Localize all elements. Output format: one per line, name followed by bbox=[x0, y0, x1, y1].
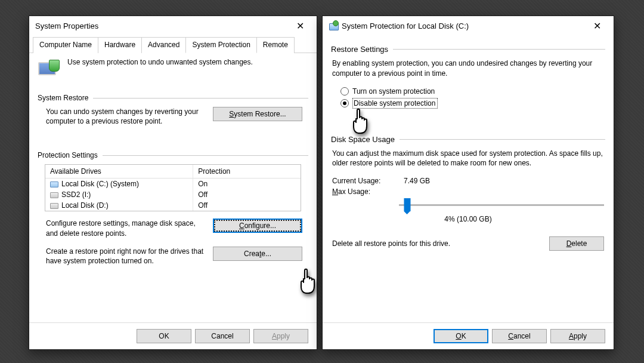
col-protection[interactable]: Protection bbox=[193, 165, 301, 178]
disk-space-description: You can adjust the maximum disk space us… bbox=[332, 149, 604, 169]
drive-name: Local Disk (C:) (System) bbox=[61, 180, 139, 188]
table-row[interactable]: Local Disk (C:) (System) On bbox=[45, 179, 301, 189]
max-usage-slider[interactable] bbox=[399, 198, 604, 213]
col-available-drives[interactable]: Available Drives bbox=[45, 165, 193, 178]
cancel-button[interactable]: Cancel bbox=[492, 329, 547, 343]
section-restore-settings: Restore Settings bbox=[331, 45, 605, 54]
cancel-button[interactable]: Cancel bbox=[195, 329, 250, 343]
max-usage-row: Max Usage: bbox=[332, 187, 604, 196]
drives-table: Available Drives Protection Local Disk (… bbox=[45, 164, 301, 211]
drives-header: Available Drives Protection bbox=[45, 165, 301, 179]
current-usage-row: Current Usage: 7.49 GB bbox=[332, 177, 604, 185]
table-row[interactable]: Local Disk (D:) Off bbox=[45, 200, 301, 211]
titlebar[interactable]: System Properties ✕ bbox=[29, 16, 317, 35]
section-label: Restore Settings bbox=[331, 45, 388, 54]
tab-hardware[interactable]: Hardware bbox=[98, 37, 142, 53]
drive-icon bbox=[50, 192, 58, 198]
restore-settings-description: By enabling system protection, you can u… bbox=[332, 59, 604, 79]
drive-icon bbox=[50, 182, 58, 187]
close-button[interactable]: ✕ bbox=[584, 17, 610, 35]
radio-label: Disable system protection bbox=[354, 99, 435, 107]
configure-button[interactable]: Configure... bbox=[213, 219, 302, 233]
slider-thumb[interactable] bbox=[404, 198, 410, 211]
ok-button[interactable]: OK bbox=[434, 329, 488, 343]
current-usage-label: Current Usage: bbox=[332, 177, 404, 185]
intro-text: Use system protection to undo unwanted s… bbox=[67, 58, 253, 66]
drive-protection: Off bbox=[193, 189, 301, 200]
close-button[interactable]: ✕ bbox=[287, 17, 313, 35]
section-label: Protection Settings bbox=[38, 151, 98, 159]
restore-description: You can undo system changes by reverting… bbox=[46, 107, 205, 126]
section-label: Disk Space Usage bbox=[331, 135, 395, 144]
delete-button[interactable]: Delete bbox=[549, 236, 604, 251]
drive-icon bbox=[50, 203, 58, 209]
create-description: Create a restore point right now for the… bbox=[46, 247, 205, 266]
create-button[interactable]: Create... bbox=[213, 247, 302, 261]
table-row[interactable]: SSD2 (I:) Off bbox=[45, 189, 301, 200]
system-properties-window: System Properties ✕ Computer Name Hardwa… bbox=[29, 16, 317, 350]
configure-description: Configure restore settings, manage disk … bbox=[46, 219, 205, 238]
section-disk-space: Disk Space Usage bbox=[331, 135, 605, 144]
drive-name: Local Disk (D:) bbox=[61, 201, 109, 210]
tab-advanced[interactable]: Advanced bbox=[141, 37, 186, 53]
dialog-footer: OK Cancel Apply bbox=[434, 329, 605, 343]
drive-protection: On bbox=[193, 179, 301, 189]
window-title: System Properties bbox=[35, 21, 287, 30]
dialog-icon bbox=[329, 21, 338, 30]
delete-description: Delete all restore points for this drive… bbox=[332, 239, 450, 248]
system-restore-button[interactable]: System Restore... bbox=[213, 107, 302, 121]
protection-icon bbox=[38, 58, 61, 79]
drive-protection: Off bbox=[193, 200, 301, 211]
section-system-restore: System Restore bbox=[38, 94, 308, 102]
radio-icon bbox=[340, 87, 349, 96]
section-protection-settings: Protection Settings bbox=[38, 151, 308, 159]
section-label: System Restore bbox=[38, 94, 88, 102]
tab-bar: Computer Name Hardware Advanced System P… bbox=[29, 36, 317, 53]
system-protection-dialog: System Protection for Local Disk (C:) ✕ … bbox=[322, 16, 614, 350]
slider-value: 4% (10.00 GB) bbox=[323, 215, 614, 223]
max-usage-label: Max Usage: bbox=[332, 187, 404, 196]
apply-button[interactable]: Apply bbox=[253, 329, 308, 343]
drive-name: SSD2 (I:) bbox=[61, 190, 91, 199]
apply-button[interactable]: Apply bbox=[550, 329, 605, 343]
tab-system-protection[interactable]: System Protection bbox=[185, 37, 256, 53]
intro-block: Use system protection to undo unwanted s… bbox=[29, 53, 317, 90]
tab-computer-name[interactable]: Computer Name bbox=[33, 37, 98, 53]
radio-icon bbox=[340, 99, 349, 107]
current-usage-value: 7.49 GB bbox=[404, 177, 430, 185]
radio-disable[interactable]: Disable system protection bbox=[340, 98, 614, 109]
titlebar[interactable]: System Protection for Local Disk (C:) ✕ bbox=[323, 16, 614, 35]
radio-turn-on[interactable]: Turn on system protection bbox=[340, 87, 614, 96]
window-title: System Protection for Local Disk (C:) bbox=[342, 21, 584, 30]
dialog-footer: OK Cancel Apply bbox=[137, 329, 308, 343]
tab-remote[interactable]: Remote bbox=[256, 37, 295, 53]
ok-button[interactable]: OK bbox=[137, 329, 191, 343]
radio-label: Turn on system protection bbox=[352, 87, 435, 96]
cursor-hand-icon bbox=[296, 267, 320, 296]
